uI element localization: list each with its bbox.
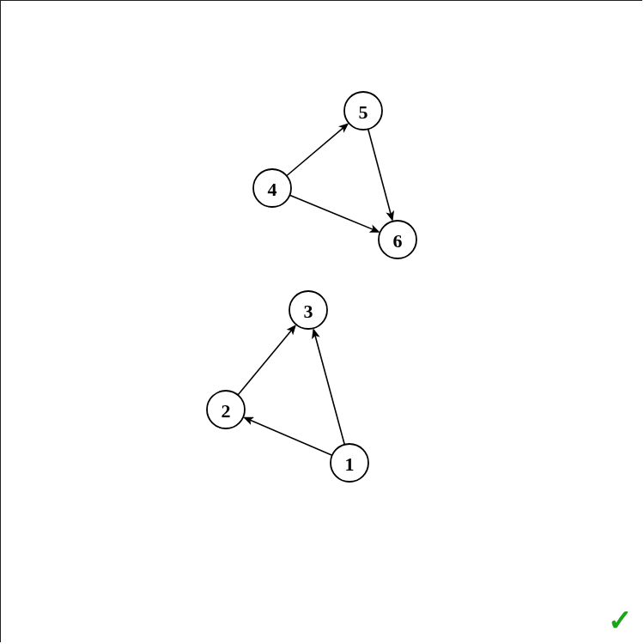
node-label-2: 2 xyxy=(222,400,231,422)
node-label-1: 1 xyxy=(345,453,355,475)
node-1: 1 xyxy=(331,444,368,482)
nodes-layer: 123456 xyxy=(207,92,416,482)
checkmark-icon: ✓ xyxy=(608,603,632,637)
node-3: 3 xyxy=(289,291,327,329)
edge-n4-n5 xyxy=(287,125,348,176)
node-4: 4 xyxy=(253,169,291,207)
node-label-4: 4 xyxy=(268,179,277,200)
diagram-frame: 123456 ✓ xyxy=(0,0,642,642)
node-label-3: 3 xyxy=(304,301,313,322)
edge-n4-n6 xyxy=(289,195,378,232)
node-2: 2 xyxy=(207,391,245,428)
edge-n1-n3 xyxy=(313,330,344,445)
graph-canvas: 123456 xyxy=(1,1,643,643)
node-label-5: 5 xyxy=(359,101,368,123)
node-5: 5 xyxy=(344,92,382,130)
node-6: 6 xyxy=(379,221,416,258)
edge-n1-n2 xyxy=(245,417,332,455)
edge-n5-n6 xyxy=(368,129,392,220)
node-label-6: 6 xyxy=(393,230,403,252)
edge-n2-n3 xyxy=(238,325,295,395)
